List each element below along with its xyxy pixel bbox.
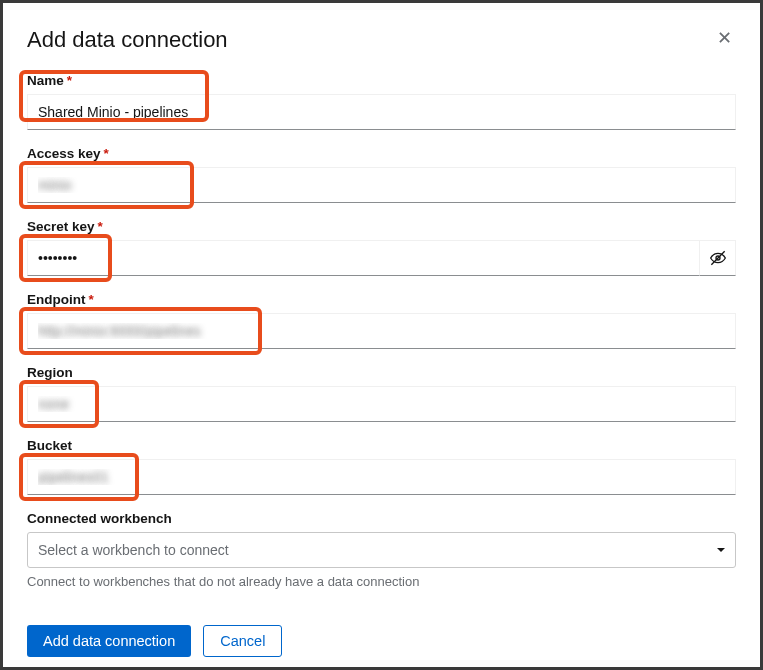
region-label: Region bbox=[27, 365, 736, 380]
toggle-visibility-button[interactable] bbox=[700, 240, 736, 276]
required-indicator: * bbox=[88, 292, 93, 307]
eye-slash-icon bbox=[710, 250, 726, 266]
add-data-connection-button[interactable]: Add data connection bbox=[27, 625, 191, 657]
secret-key-input[interactable] bbox=[27, 240, 700, 276]
modal-header: Add data connection ✕ bbox=[27, 27, 736, 53]
form-group-bucket: Bucket bbox=[27, 438, 736, 495]
form-group-name: Name* bbox=[27, 73, 736, 130]
name-label: Name* bbox=[27, 73, 736, 88]
form-group-endpoint: Endpoint* bbox=[27, 292, 736, 349]
form-group-connected-workbench: Connected workbench Select a workbench t… bbox=[27, 511, 736, 589]
modal-title: Add data connection bbox=[27, 27, 228, 53]
form-group-access-key: Access key* bbox=[27, 146, 736, 203]
cancel-button[interactable]: Cancel bbox=[203, 625, 282, 657]
form-group-region: Region bbox=[27, 365, 736, 422]
access-key-label: Access key* bbox=[27, 146, 736, 161]
connected-workbench-label: Connected workbench bbox=[27, 511, 736, 526]
modal-footer: Add data connection Cancel bbox=[27, 625, 736, 657]
endpoint-input[interactable] bbox=[27, 313, 736, 349]
region-input[interactable] bbox=[27, 386, 736, 422]
close-button[interactable]: ✕ bbox=[713, 27, 736, 49]
endpoint-label: Endpoint* bbox=[27, 292, 736, 307]
add-data-connection-modal: Add data connection ✕ Name* Access key* … bbox=[3, 3, 760, 667]
bucket-input[interactable] bbox=[27, 459, 736, 495]
required-indicator: * bbox=[67, 73, 72, 88]
required-indicator: * bbox=[98, 219, 103, 234]
close-icon: ✕ bbox=[717, 28, 732, 48]
bucket-label: Bucket bbox=[27, 438, 736, 453]
workbench-select-placeholder: Select a workbench to connect bbox=[38, 542, 229, 558]
required-indicator: * bbox=[104, 146, 109, 161]
name-input[interactable] bbox=[27, 94, 736, 130]
workbench-select[interactable]: Select a workbench to connect bbox=[27, 532, 736, 568]
form-group-secret-key: Secret key* bbox=[27, 219, 736, 276]
secret-key-label: Secret key* bbox=[27, 219, 736, 234]
access-key-input[interactable] bbox=[27, 167, 736, 203]
workbench-helper-text: Connect to workbenches that do not alrea… bbox=[27, 574, 736, 589]
